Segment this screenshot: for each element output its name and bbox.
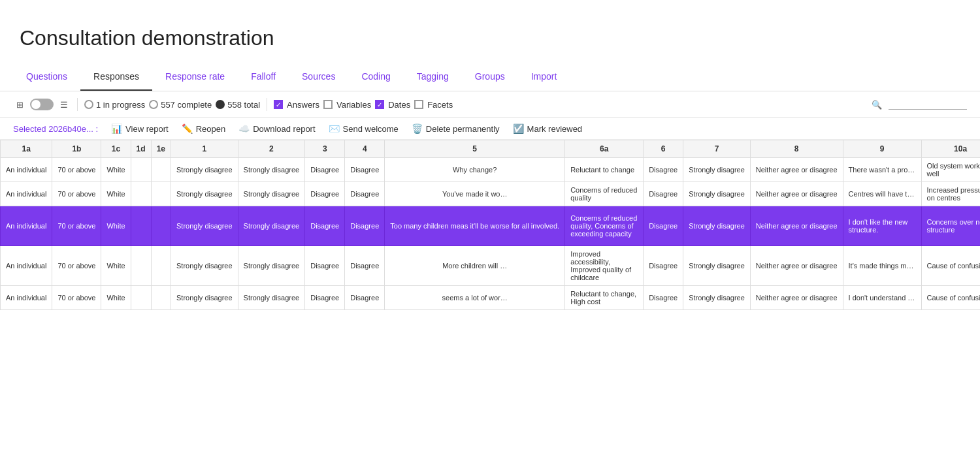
tab-coding[interactable]: Coding	[348, 63, 403, 91]
table-row[interactable]: An individual70 or aboveWhiteStrongly di…	[1, 286, 981, 310]
col-header-5[interactable]: 5	[385, 140, 565, 158]
table-cell-r3-c15: Cause of confusion	[921, 246, 980, 286]
table-cell-r4-c12: Strongly disagree	[683, 286, 751, 310]
table-cell-r3-c8: Disagree	[345, 246, 385, 286]
table-cell-r2-c5: Strongly disagree	[171, 206, 238, 246]
col-header-6a[interactable]: 6a	[565, 140, 644, 158]
table-cell-r1-c2: White	[101, 182, 131, 206]
data-table: 1a1b1c1d1e123456a678910a10111213 An indi…	[0, 140, 980, 310]
table-cell-r2-c11: Disagree	[644, 206, 683, 246]
table-cell-r4-c1: 70 or above	[52, 286, 101, 310]
reopen-label: Reopen	[196, 124, 226, 134]
send-welcome-button[interactable]: ✉️ Send welcome	[329, 123, 399, 134]
table-cell-r0-c11: Disagree	[644, 158, 683, 182]
toolbar: ⊞ ☰ 1 in progress 557 complete 558 total…	[0, 91, 980, 118]
tab-groups[interactable]: Groups	[462, 63, 518, 91]
table-cell-r2-c7: Disagree	[305, 206, 345, 246]
data-table-wrapper: 1a1b1c1d1e123456a678910a10111213 An indi…	[0, 140, 980, 310]
table-cell-r3-c10: Improved accessibility, Improved quality…	[565, 246, 644, 286]
col-header-8[interactable]: 8	[750, 140, 843, 158]
separator-1	[77, 98, 78, 111]
view-report-button[interactable]: 📊 View report	[111, 123, 169, 134]
table-body: An individual70 or aboveWhiteStrongly di…	[1, 158, 981, 310]
table-cell-r0-c6: Strongly disagree	[238, 158, 305, 182]
table-cell-r3-c4	[151, 246, 171, 286]
table-cell-r4-c11: Disagree	[644, 286, 683, 310]
table-cell-r2-c4	[151, 206, 171, 246]
tab-responses[interactable]: Responses	[80, 63, 152, 91]
view-report-label: View report	[125, 124, 169, 134]
table-cell-r3-c13: Neither agree or disagree	[750, 246, 843, 286]
download-report-button[interactable]: ☁️ Download report	[238, 123, 315, 134]
list-icon[interactable]: ☰	[57, 98, 71, 111]
col-header-2[interactable]: 2	[238, 140, 305, 158]
view-toggle[interactable]	[30, 99, 54, 110]
dates-checkbox[interactable]: ✓	[375, 100, 384, 109]
table-row[interactable]: An individual70 or aboveWhiteStrongly di…	[1, 246, 981, 286]
col-header-1[interactable]: 1	[171, 140, 238, 158]
tab-falloff[interactable]: Falloff	[238, 63, 289, 91]
in-progress-radio[interactable]: 1 in progress	[84, 100, 145, 110]
table-cell-r1-c13: Neither agree or disagree	[750, 182, 843, 206]
table-row[interactable]: An individual70 or aboveWhiteStrongly di…	[1, 158, 981, 182]
download-report-label: Download report	[253, 124, 315, 134]
table-cell-r2-c14: I don't like the new structure.	[843, 206, 921, 246]
col-header-1a[interactable]: 1a	[1, 140, 52, 158]
table-cell-r4-c0: An individual	[1, 286, 52, 310]
tab-import[interactable]: Import	[518, 63, 570, 91]
col-header-1e[interactable]: 1e	[151, 140, 171, 158]
table-row[interactable]: An individual70 or aboveWhiteStrongly di…	[1, 182, 981, 206]
complete-radio-circle	[149, 100, 158, 109]
table-cell-r2-c2: White	[101, 206, 131, 246]
table-cell-r3-c1: 70 or above	[52, 246, 101, 286]
in-progress-label: 1 in progress	[96, 100, 145, 110]
table-cell-r0-c13: Neither agree or disagree	[750, 158, 843, 182]
tabs-bar: Questions Responses Response rate Fallof…	[0, 63, 980, 91]
variables-checkbox[interactable]	[323, 100, 333, 109]
col-header-10a[interactable]: 10a	[921, 140, 980, 158]
table-cell-r1-c4	[151, 182, 171, 206]
answers-checkbox[interactable]: ✓	[274, 100, 283, 109]
table-cell-r4-c3	[131, 286, 151, 310]
col-header-9[interactable]: 9	[843, 140, 921, 158]
reopen-button[interactable]: ✏️ Reopen	[182, 123, 226, 134]
view-report-icon: 📊	[111, 123, 122, 134]
grid-icon[interactable]: ⊞	[13, 98, 26, 111]
col-header-1c[interactable]: 1c	[101, 140, 131, 158]
delete-permanently-button[interactable]: 🗑️ Delete permanently	[412, 123, 500, 134]
tab-questions[interactable]: Questions	[13, 63, 80, 91]
table-row[interactable]: An individual70 or aboveWhiteStrongly di…	[1, 206, 981, 246]
table-cell-r0-c3	[131, 158, 151, 182]
table-cell-r1-c9: You've made it wo…	[385, 182, 565, 206]
search-input[interactable]	[889, 99, 967, 110]
table-cell-r0-c7: Disagree	[305, 158, 345, 182]
col-header-6[interactable]: 6	[644, 140, 683, 158]
table-cell-r1-c7: Disagree	[305, 182, 345, 206]
search-button[interactable]: 🔍	[869, 97, 885, 112]
table-cell-r2-c10: Concerns of reduced quality, Concerns of…	[565, 206, 644, 246]
table-cell-r1-c5: Strongly disagree	[171, 182, 238, 206]
table-cell-r4-c8: Disagree	[345, 286, 385, 310]
table-cell-r1-c6: Strongly disagree	[238, 182, 305, 206]
table-cell-r0-c4	[151, 158, 171, 182]
table-cell-r3-c14: It's made things m…	[843, 246, 921, 286]
mark-reviewed-button[interactable]: ☑️ Mark reviewed	[513, 123, 583, 134]
table-cell-r1-c3	[131, 182, 151, 206]
col-header-4[interactable]: 4	[345, 140, 385, 158]
complete-radio[interactable]: 557 complete	[149, 100, 212, 110]
col-header-1b[interactable]: 1b	[52, 140, 101, 158]
table-cell-r4-c2: White	[101, 286, 131, 310]
tab-tagging[interactable]: Tagging	[404, 63, 462, 91]
col-header-3[interactable]: 3	[305, 140, 345, 158]
facets-checkbox[interactable]	[414, 100, 423, 109]
tab-response-rate[interactable]: Response rate	[152, 63, 238, 91]
table-cell-r1-c11: Disagree	[644, 182, 683, 206]
total-radio[interactable]: 558 total	[216, 100, 260, 110]
table-cell-r2-c0: An individual	[1, 206, 52, 246]
table-cell-r0-c1: 70 or above	[52, 158, 101, 182]
col-header-1d[interactable]: 1d	[131, 140, 151, 158]
col-header-7[interactable]: 7	[683, 140, 751, 158]
tab-sources[interactable]: Sources	[289, 63, 348, 91]
table-cell-r3-c5: Strongly disagree	[171, 246, 238, 286]
actions-bar: Selected 2026b40e... : 📊 View report ✏️ …	[0, 118, 980, 140]
